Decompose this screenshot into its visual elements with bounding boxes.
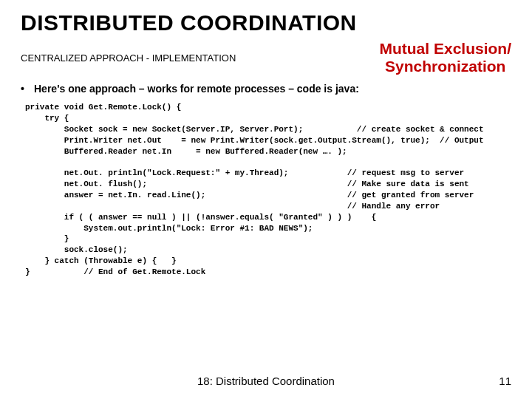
slide-topic: Mutual Exclusion/ Synchronization bbox=[379, 40, 511, 75]
bullet-text: Here's one approach – works for remote p… bbox=[34, 83, 359, 95]
topic-line-1: Mutual Exclusion/ bbox=[379, 40, 511, 57]
bullet-line: •Here's one approach – works for remote … bbox=[21, 83, 511, 95]
slide-subtitle: CENTRALIZED APPROACH - IMPLEMENTATION bbox=[21, 52, 236, 64]
footer: 18: Distributed Coordination 11 bbox=[0, 375, 532, 387]
bullet-dot: • bbox=[21, 83, 34, 95]
code-block: private void Get.Remote.Lock() { try { S… bbox=[25, 102, 511, 278]
slide-title: DISTRIBUTED COORDINATION bbox=[21, 10, 511, 35]
footer-center: 18: Distributed Coordination bbox=[0, 375, 532, 387]
header-row: CENTRALIZED APPROACH - IMPLEMENTATION Mu… bbox=[21, 40, 511, 75]
topic-line-2: Synchronization bbox=[385, 58, 505, 75]
